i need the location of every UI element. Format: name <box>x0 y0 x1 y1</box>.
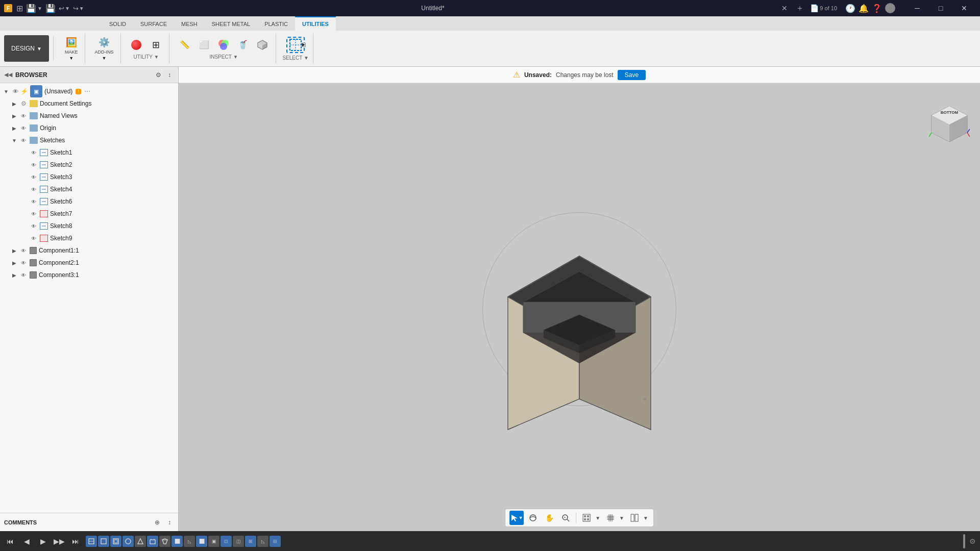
sketches-eye[interactable]: 👁 <box>19 136 28 144</box>
add-ins-icon-btn[interactable]: ⚙️ ADD-INS ▼ <box>91 35 116 62</box>
tab-close[interactable]: ✕ <box>781 4 788 12</box>
grid-btn[interactable] <box>603 511 618 525</box>
named-views-eye[interactable]: 👁 <box>19 112 28 120</box>
sketch7-eye[interactable]: 👁 <box>30 210 38 218</box>
inspect-ruler-btn[interactable]: 📏 <box>176 38 194 52</box>
maximize-btn[interactable]: □ <box>929 0 952 16</box>
tree-sketch9[interactable]: 👁 Sketch9 <box>0 232 178 244</box>
display-mode-btn[interactable] <box>579 511 594 525</box>
tl-icon-14[interactable]: ◺ <box>257 536 268 547</box>
inspect-colors-btn[interactable] <box>214 38 233 52</box>
tree-document-settings[interactable]: ⚙ Document Settings <box>0 97 178 110</box>
viewcube[interactable]: BOTTOM X <box>929 104 970 144</box>
timeline-settings-btn[interactable]: ⚙ <box>969 537 976 545</box>
help-icon[interactable]: ❓ <box>872 4 882 13</box>
tab-sheet-metal[interactable]: SHEET METAL <box>205 16 257 31</box>
bell-icon[interactable]: 🔔 <box>859 4 869 13</box>
tree-sketch8[interactable]: 👁 Sketch8 <box>0 220 178 232</box>
sketch1-eye[interactable]: 👁 <box>30 148 38 157</box>
tl-icon-1[interactable] <box>98 536 109 547</box>
tab-surface[interactable]: SURFACE <box>133 16 174 31</box>
tl-icon-9[interactable]: ⬜ <box>196 536 207 547</box>
comments-add-btn[interactable]: ⊕ <box>153 518 162 527</box>
tl-icon-4[interactable] <box>135 536 146 547</box>
sketch8-eye[interactable]: 👁 <box>30 222 38 230</box>
comp2-arrow[interactable] <box>10 259 18 267</box>
tree-origin[interactable]: 👁 Origin <box>0 122 178 134</box>
tree-component2[interactable]: 👁 Component2:1 <box>0 257 178 269</box>
tree-root[interactable]: 👁 ⚡ ▣ (Unsaved) ! ⋯ <box>0 85 178 97</box>
file-menu[interactable]: 💾 ▼ <box>26 4 42 13</box>
root-arrow[interactable] <box>2 87 10 95</box>
select-active-btn[interactable]: ▶ <box>286 37 305 53</box>
tree-sketch4[interactable]: 👁 Sketch4 <box>0 183 178 195</box>
redo-btn[interactable]: ↪ ▼ <box>73 5 84 12</box>
viewport[interactable]: ⚠ Unsaved: Changes may be lost Save <box>179 67 980 531</box>
cursor-btn[interactable]: ▼ <box>509 511 524 525</box>
make-icon-btn[interactable]: 🖼️ MAKE ▼ <box>62 35 81 62</box>
comp3-arrow[interactable] <box>10 271 18 279</box>
display-mode-arrow[interactable]: ▼ <box>594 514 601 522</box>
browser-collapse-arrow[interactable]: ◀◀ <box>4 71 12 78</box>
save-btn-tb[interactable]: 💾 <box>45 4 56 13</box>
tree-component1[interactable]: 👁 Component1:1 <box>0 244 178 257</box>
origin-eye[interactable]: 👁 <box>19 124 28 132</box>
add-tab[interactable]: ＋ <box>796 3 804 14</box>
root-menu-btn[interactable]: ⋯ <box>84 88 90 95</box>
tl-icon-10[interactable]: ▣ <box>208 536 219 547</box>
tab-mesh[interactable]: MESH <box>174 16 205 31</box>
zoom-orbit-btn[interactable]: + <box>558 511 573 525</box>
origin-arrow[interactable] <box>10 124 18 132</box>
inspect-section-btn[interactable]: 🥤 <box>234 38 252 52</box>
tree-sketch7[interactable]: 👁 Sketch7 <box>0 208 178 220</box>
tl-icon-7[interactable]: ⬜ <box>172 536 183 547</box>
tl-icon-8[interactable]: ◺ <box>184 536 195 547</box>
anim-next[interactable]: ▶▶ <box>53 535 65 547</box>
design-button[interactable]: DESIGN ▼ <box>4 35 49 62</box>
sketch4-eye[interactable]: 👁 <box>30 185 38 193</box>
view-mode-btn[interactable] <box>627 511 642 525</box>
save-button[interactable]: Save <box>618 70 646 80</box>
named-views-arrow[interactable] <box>10 112 18 120</box>
tab-utilities[interactable]: UTILITIES <box>295 16 336 31</box>
comments-scroll-btn[interactable]: ↕ <box>165 518 174 527</box>
tree-sketch3[interactable]: 👁 Sketch3 <box>0 171 178 183</box>
tab-solid[interactable]: SOLID <box>102 16 133 31</box>
root-eye[interactable]: 👁 <box>11 87 19 95</box>
anim-prev[interactable]: ◀ <box>20 535 33 547</box>
undo-btn[interactable]: ↩ ▼ <box>59 5 70 12</box>
tree-sketch2[interactable]: 👁 Sketch2 <box>0 159 178 171</box>
anim-skip-start[interactable]: ⏮ <box>4 535 16 547</box>
doc-settings-arrow[interactable] <box>10 99 18 108</box>
anim-skip-end[interactable]: ⏭ <box>69 535 82 547</box>
comp2-eye[interactable]: 👁 <box>19 259 28 267</box>
tree-sketches[interactable]: 👁 Sketches <box>0 134 178 146</box>
minimize-btn[interactable]: ─ <box>905 0 929 16</box>
inspect-3d-btn[interactable] <box>253 38 272 52</box>
tl-icon-2[interactable] <box>110 536 121 547</box>
comp3-eye[interactable]: 👁 <box>19 271 28 279</box>
sketch9-eye[interactable]: 👁 <box>30 234 38 242</box>
pan-btn[interactable]: ✋ <box>542 511 556 525</box>
tab-plastic[interactable]: PLASTIC <box>257 16 295 31</box>
tl-icon-12[interactable]: ◫ <box>233 536 244 547</box>
utility-traffic-light[interactable] <box>127 38 145 52</box>
utility-grid-btn[interactable]: ⊞ <box>146 38 165 52</box>
tree-named-views[interactable]: 👁 Named Views <box>0 110 178 122</box>
tl-icon-13[interactable]: ⊞ <box>245 536 256 547</box>
comp1-eye[interactable]: 👁 <box>19 246 28 255</box>
sketch2-eye[interactable]: 👁 <box>30 161 38 169</box>
browser-settings-btn[interactable]: ⚙ <box>154 70 163 80</box>
tl-icon-3[interactable] <box>122 536 134 547</box>
anim-play[interactable]: ▶ <box>37 535 49 547</box>
tl-icon-15[interactable]: ⊟ <box>270 536 281 547</box>
user-avatar[interactable] <box>885 3 895 13</box>
view-mode-arrow[interactable]: ▼ <box>642 514 649 522</box>
close-btn[interactable]: ✕ <box>952 0 976 16</box>
tl-icon-5[interactable] <box>147 536 158 547</box>
app-menu-icon[interactable]: ⊞ <box>16 4 23 13</box>
tree-sketch6[interactable]: 👁 Sketch6 <box>0 195 178 208</box>
tl-icon-6[interactable] <box>159 536 170 547</box>
sketches-arrow[interactable] <box>10 136 18 144</box>
sketch3-eye[interactable]: 👁 <box>30 173 38 181</box>
